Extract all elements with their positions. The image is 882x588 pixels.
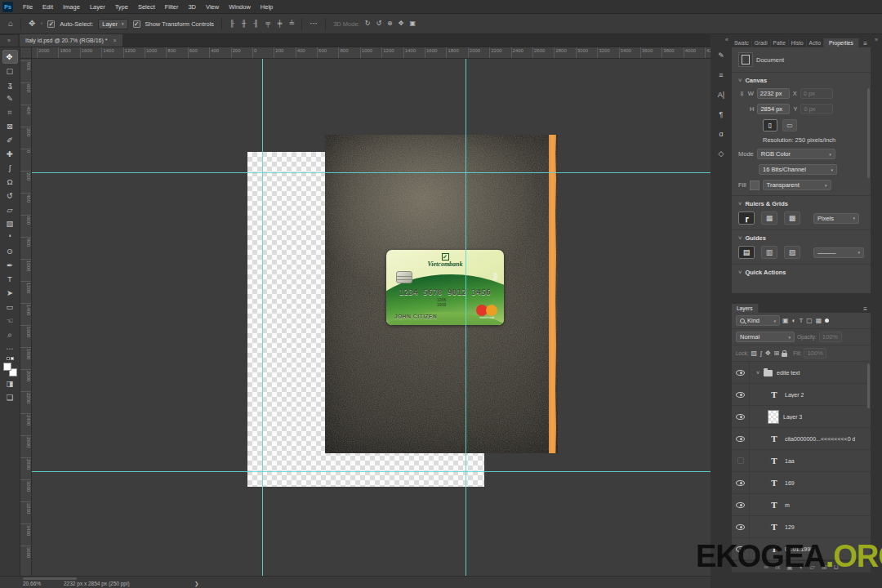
menu-item[interactable]: Type bbox=[110, 3, 133, 11]
bit-depth-dropdown[interactable]: 16 Bits/Channel▾ bbox=[759, 164, 837, 175]
layer-row[interactable]: T cita0000000...<<<<<<<<0 d bbox=[732, 428, 871, 450]
zoom-level[interactable]: 20.66% bbox=[23, 581, 41, 586]
lock-transparency-icon[interactable]: ▨ bbox=[751, 350, 758, 357]
show-transform-checkbox[interactable]: ✓ bbox=[133, 20, 140, 28]
align-bottom-edges-icon[interactable]: ╧ bbox=[289, 20, 294, 28]
toggle-guides-button[interactable]: ▤ bbox=[738, 246, 755, 259]
chevron-down-icon[interactable]: ˅ bbox=[40, 21, 42, 26]
toggle-snap-button[interactable]: ▩ bbox=[784, 212, 800, 225]
layer-row[interactable]: T m bbox=[732, 494, 871, 516]
horizontal-ruler[interactable]: 2000180016001400120010008006004002000200… bbox=[32, 47, 710, 59]
guide-vertical-left[interactable] bbox=[262, 59, 263, 576]
panel-tab[interactable]: Swatc bbox=[732, 38, 752, 47]
history-brush-tool[interactable]: ↺ bbox=[2, 189, 18, 203]
hand-tool[interactable]: ☜ bbox=[2, 314, 18, 327]
align-top-edges-icon[interactable]: ╤ bbox=[265, 20, 270, 28]
visibility-toggle[interactable] bbox=[732, 428, 750, 449]
tab-layers[interactable]: Layers bbox=[732, 304, 759, 313]
marquee-tool[interactable]: ▢ bbox=[2, 64, 18, 78]
pen-tool[interactable]: ✒ bbox=[2, 258, 18, 272]
canvas-area[interactable]: ✓ Vietcombank ))) 1234 5678 9012 3456 12… bbox=[32, 59, 710, 576]
lock-artboard-icon[interactable]: ⊞ bbox=[774, 350, 780, 357]
visibility-toggle[interactable] bbox=[732, 450, 750, 471]
vertical-ruler[interactable]: 8006004002000200400600800100012001400160… bbox=[20, 59, 32, 576]
fill-dropdown[interactable]: Transparent▾ bbox=[763, 180, 831, 190]
guides-section-header[interactable]: ˅Guides bbox=[738, 234, 864, 242]
expand-panels-icon[interactable]: » bbox=[871, 37, 882, 42]
guide-style-dropdown[interactable]: ———▾ bbox=[813, 247, 864, 258]
layer-row[interactable]: Layer 3 bbox=[732, 406, 871, 428]
default-colors-icon[interactable] bbox=[7, 357, 14, 360]
visibility-toggle[interactable] bbox=[732, 384, 750, 405]
credit-card-image[interactable]: ✓ Vietcombank ))) 1234 5678 9012 3456 12… bbox=[386, 250, 504, 325]
menu-item[interactable]: Filter bbox=[160, 3, 184, 11]
quick-mask-icon[interactable]: ◨ bbox=[2, 376, 18, 390]
3d-panel-icon[interactable]: ◇ bbox=[713, 144, 729, 163]
color-swatches[interactable] bbox=[3, 363, 17, 376]
panel-tab[interactable]: Actio bbox=[807, 38, 824, 47]
frame-tool[interactable]: ⊠ bbox=[2, 119, 18, 133]
menu-item[interactable]: Layer bbox=[85, 3, 110, 11]
visibility-toggle[interactable] bbox=[732, 406, 750, 427]
layer-filter-dropdown[interactable]: Kind▾ bbox=[736, 315, 780, 326]
character-panel-icon[interactable]: A| bbox=[713, 85, 729, 105]
lock-position-icon[interactable]: ✥ bbox=[765, 350, 771, 357]
filter-adjustment-layers-icon[interactable]: ◐ bbox=[792, 317, 796, 324]
visibility-toggle[interactable] bbox=[732, 516, 750, 537]
panel-menu-icon[interactable]: ≡ bbox=[863, 305, 867, 313]
horizontal-scrollbar[interactable] bbox=[23, 577, 77, 580]
layer-row[interactable]: T Layer 2 bbox=[732, 384, 871, 406]
filter-smart-objects-icon[interactable]: ▦ bbox=[816, 317, 822, 324]
blur-tool[interactable]: ❛ bbox=[2, 230, 18, 244]
tab-properties[interactable]: Properties bbox=[824, 38, 859, 47]
visibility-toggle[interactable] bbox=[732, 362, 750, 383]
lasso-tool[interactable]: ʓ bbox=[2, 78, 18, 91]
lock-all-icon[interactable] bbox=[782, 353, 787, 357]
path-selection-tool[interactable]: ➤ bbox=[2, 286, 18, 300]
clear-guides-button[interactable]: ▧ bbox=[784, 246, 800, 259]
fill-swatch[interactable] bbox=[750, 180, 760, 190]
guide-horizontal-bottom[interactable] bbox=[32, 471, 710, 472]
orientation-portrait-button[interactable]: ▯ bbox=[763, 119, 777, 131]
guide-horizontal-top[interactable] bbox=[32, 172, 710, 173]
filter-toggle-icon[interactable] bbox=[825, 318, 829, 323]
gradient-tool[interactable]: ▧ bbox=[2, 216, 18, 230]
zoom-tool[interactable]: ⌕ bbox=[2, 327, 18, 341]
home-icon[interactable]: ⌂ bbox=[8, 20, 13, 28]
eyedropper-tool[interactable]: ✐ bbox=[2, 133, 18, 147]
filter-pixel-layers-icon[interactable]: ▣ bbox=[782, 317, 789, 324]
move-tool-preset-icon[interactable]: ✥ bbox=[29, 20, 35, 28]
menu-item[interactable]: Select bbox=[133, 3, 160, 11]
clone-stamp-tool[interactable]: Ω bbox=[2, 175, 18, 189]
panel-menu-icon[interactable]: ≡ bbox=[863, 40, 867, 47]
align-right-edges-icon[interactable]: ╢ bbox=[253, 20, 258, 28]
close-icon[interactable]: × bbox=[113, 38, 116, 43]
brush-tool[interactable]: ʃ bbox=[2, 161, 18, 175]
layers-scrollbar[interactable] bbox=[867, 363, 870, 408]
shape-tool[interactable]: ▭ bbox=[2, 300, 18, 314]
auto-select-checkbox[interactable]: ✓ bbox=[47, 20, 55, 28]
menu-item[interactable]: 3D bbox=[183, 3, 201, 11]
filter-type-layers-icon[interactable]: T bbox=[799, 317, 803, 324]
status-expand-icon[interactable]: ❯ bbox=[194, 581, 198, 587]
orientation-landscape-button[interactable]: ▭ bbox=[782, 119, 797, 131]
crop-tool[interactable]: ⌗ bbox=[2, 105, 18, 119]
menu-item[interactable]: File bbox=[18, 3, 38, 11]
width-field[interactable]: 2232 px bbox=[757, 88, 790, 99]
lock-guides-button[interactable]: ▥ bbox=[761, 246, 777, 259]
panel-tab[interactable]: Patte bbox=[771, 38, 789, 47]
collapse-panels-icon[interactable]: « bbox=[725, 34, 732, 46]
edit-toolbar-icon[interactable]: ⋯ bbox=[2, 341, 18, 355]
glyphs-panel-icon[interactable]: ɑ bbox=[713, 124, 729, 144]
tab-overflow-button[interactable]: » bbox=[0, 35, 18, 47]
eraser-tool[interactable]: ▱ bbox=[2, 203, 18, 216]
height-field[interactable]: 2854 px bbox=[757, 104, 790, 114]
auto-select-dropdown[interactable]: Layer▾ bbox=[98, 19, 127, 29]
ruler-units-dropdown[interactable]: Pixels▾ bbox=[813, 213, 859, 224]
brush-settings-panel-icon[interactable]: ✎ bbox=[713, 46, 729, 65]
document-tab[interactable]: Italy id.psd @ 20.7% (RGB/16) * × bbox=[20, 34, 122, 47]
toggle-grid-button[interactable]: ▦ bbox=[761, 212, 777, 225]
properties-scrollbar[interactable] bbox=[867, 88, 870, 178]
paragraph-panel-icon[interactable]: ¶ bbox=[713, 105, 729, 124]
leather-photo-layer[interactable]: ✓ Vietcombank ))) 1234 5678 9012 3456 12… bbox=[325, 135, 558, 453]
